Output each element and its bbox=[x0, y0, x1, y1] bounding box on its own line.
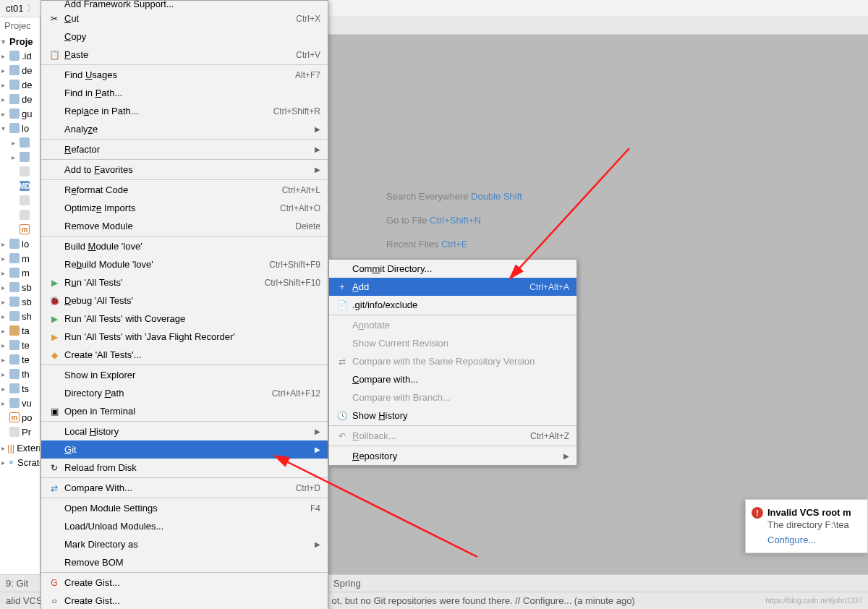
tree-item[interactable]: ▸th bbox=[0, 367, 40, 381]
tree-item[interactable] bbox=[0, 208, 40, 222]
spring-label[interactable]: Spring bbox=[333, 578, 361, 589]
menu-item[interactable]: 🕓Show History bbox=[329, 406, 576, 425]
menu-item[interactable]: Mark Directory as▶ bbox=[41, 535, 328, 553]
breadcrumb-item[interactable]: ct01 bbox=[6, 3, 24, 14]
tree-item[interactable]: ▸sh bbox=[0, 309, 40, 323]
tree-item[interactable]: ▸m bbox=[0, 251, 40, 265]
tree-item[interactable]: ▸gu bbox=[0, 106, 40, 121]
expand-icon[interactable]: ▸ bbox=[1, 67, 7, 74]
expand-icon[interactable]: ▸ bbox=[12, 153, 17, 161]
expand-icon[interactable]: ▾ bbox=[1, 38, 7, 46]
menu-item[interactable]: Git▶ bbox=[41, 440, 328, 459]
tree-item[interactable]: ▸ts bbox=[0, 381, 40, 396]
context-menu[interactable]: Add Framework Support...✂CutCtrl+XCopy📋P… bbox=[41, 0, 328, 609]
tree-item[interactable] bbox=[0, 164, 40, 179]
expand-icon[interactable]: ▸ bbox=[1, 356, 7, 364]
expand-icon[interactable]: ▸ bbox=[1, 284, 7, 291]
expand-icon[interactable]: ▸ bbox=[1, 385, 7, 393]
tree-item[interactable]: ▸sb bbox=[0, 280, 40, 294]
menu-item[interactable]: Add to Favorites▶ bbox=[41, 161, 328, 179]
menu-item[interactable]: Find UsagesAlt+F7 bbox=[41, 66, 328, 84]
menu-item[interactable]: Rebuild Module 'love'Ctrl+Shift+F9 bbox=[41, 255, 328, 273]
tree-item[interactable]: ▸te bbox=[0, 352, 40, 367]
menu-item[interactable]: Remove BOM bbox=[41, 553, 328, 571]
expand-icon[interactable]: ▸ bbox=[1, 399, 7, 407]
menu-item[interactable]: ○Create Gist... bbox=[41, 592, 328, 609]
tree-item[interactable]: ▸vu bbox=[0, 396, 40, 410]
menu-item[interactable]: Directory PathCtrl+Alt+F12 bbox=[41, 384, 328, 402]
git-tool-window[interactable]: 9: Git bbox=[6, 578, 28, 589]
expand-icon[interactable]: ▾ bbox=[1, 124, 7, 132]
menu-item[interactable]: Analyze▶ bbox=[41, 120, 328, 138]
expand-icon[interactable]: ▸ bbox=[1, 269, 7, 277]
tree-item[interactable]: ▸sb bbox=[0, 294, 40, 309]
menu-item[interactable]: Show in Explorer bbox=[41, 366, 328, 384]
project-root[interactable]: ▾ Proje bbox=[0, 34, 40, 48]
expand-icon[interactable]: ▸ bbox=[1, 95, 7, 103]
expand-icon[interactable]: ▸ bbox=[1, 312, 7, 320]
menu-item[interactable]: Build Module 'love' bbox=[41, 237, 328, 255]
tree-item[interactable]: ▸de bbox=[0, 77, 40, 92]
menu-item[interactable]: ⇄Compare With...Ctrl+D bbox=[41, 479, 328, 497]
tree-item[interactable]: ▸de bbox=[0, 92, 40, 106]
menu-item[interactable]: ✂CutCtrl+X bbox=[41, 9, 328, 27]
menu-item[interactable]: ▶Run 'All Tests' with Coverage bbox=[41, 310, 328, 328]
scratches[interactable]: ▸⚬Scratc bbox=[0, 455, 40, 469]
blank-icon bbox=[48, 241, 60, 252]
menu-item[interactable]: ▶Run 'All Tests'Ctrl+Shift+F10 bbox=[41, 273, 328, 291]
menu-item[interactable]: Reformat CodeCtrl+Alt+L bbox=[41, 181, 328, 199]
menu-item[interactable]: ▶Run 'All Tests' with 'Java Flight Recor… bbox=[41, 328, 328, 346]
tree-item[interactable]: Pr bbox=[0, 425, 40, 439]
tree-item[interactable]: ▸ bbox=[0, 135, 40, 150]
tree-item[interactable]: ▸te bbox=[0, 338, 40, 352]
tree-item[interactable]: ▸m bbox=[0, 265, 40, 280]
expand-icon[interactable]: ▸ bbox=[1, 110, 7, 118]
menu-item[interactable]: Open Module SettingsF4 bbox=[41, 499, 328, 517]
tree-item[interactable]: ▸de bbox=[0, 63, 40, 77]
expand-icon[interactable]: ▸ bbox=[1, 81, 7, 89]
menu-item[interactable]: Compare with... bbox=[329, 370, 576, 388]
fold-icon bbox=[9, 398, 20, 408]
menu-item[interactable]: ＋AddCtrl+Alt+A bbox=[329, 278, 576, 296]
expand-icon[interactable]: ▸ bbox=[1, 341, 7, 349]
expand-icon[interactable]: ▸ bbox=[1, 240, 7, 248]
git-submenu[interactable]: Commit Directory...＋AddCtrl+Alt+A📄.git/i… bbox=[328, 259, 577, 466]
tree-item[interactable]: ▸ bbox=[0, 150, 40, 164]
configure-link[interactable]: Configure... bbox=[767, 535, 860, 545]
expand-icon[interactable]: ▸ bbox=[1, 327, 7, 335]
expand-icon[interactable]: ▸ bbox=[12, 139, 17, 147]
menu-item[interactable]: Refactor▶ bbox=[41, 140, 328, 158]
tree-item[interactable]: m bbox=[0, 222, 40, 237]
sidebar-header[interactable]: Projec bbox=[0, 17, 40, 34]
menu-item[interactable]: Commit Directory... bbox=[329, 260, 576, 278]
menu-item[interactable]: Find in Path... bbox=[41, 84, 328, 102]
menu-item[interactable]: 📄.git/info/exclude bbox=[329, 296, 576, 314]
menu-item[interactable]: 🐞Debug 'All Tests' bbox=[41, 291, 328, 310]
tree-item[interactable] bbox=[0, 193, 40, 208]
menu-item[interactable]: ◆Create 'All Tests'... bbox=[41, 346, 328, 364]
menu-item[interactable]: 📋PasteCtrl+V bbox=[41, 46, 328, 64]
menu-item[interactable]: Repository▶ bbox=[329, 447, 576, 465]
menu-item[interactable]: ↻Reload from Disk bbox=[41, 459, 328, 477]
tree-item[interactable]: ▸lo bbox=[0, 237, 40, 251]
expand-icon[interactable]: ▸ bbox=[1, 298, 7, 306]
blank-icon bbox=[48, 184, 60, 196]
tree-item[interactable]: MD bbox=[0, 179, 40, 193]
menu-item[interactable]: Remove ModuleDelete bbox=[41, 217, 328, 235]
tree-item[interactable]: ▸.id bbox=[0, 48, 40, 63]
menu-item[interactable]: Load/Unload Modules... bbox=[41, 517, 328, 535]
tree-item[interactable]: mpo bbox=[0, 410, 40, 425]
external-libs[interactable]: ▸|||Extern bbox=[0, 440, 40, 455]
menu-item[interactable]: Optimize ImportsCtrl+Alt+O bbox=[41, 199, 328, 217]
menu-item[interactable]: Local History▶ bbox=[41, 422, 328, 440]
expand-icon[interactable]: ▸ bbox=[1, 370, 7, 378]
menu-item[interactable]: ▣Open in Terminal bbox=[41, 402, 328, 420]
menu-item[interactable]: Replace in Path...Ctrl+Shift+R bbox=[41, 102, 328, 120]
tree-item[interactable]: ▾lo bbox=[0, 121, 40, 135]
tree-item[interactable]: ▸ta bbox=[0, 323, 40, 338]
expand-icon[interactable]: ▸ bbox=[1, 52, 7, 60]
menu-item[interactable]: Copy bbox=[41, 27, 328, 46]
expand-icon[interactable]: ▸ bbox=[1, 255, 7, 263]
menu-item[interactable]: GCreate Gist... bbox=[41, 574, 328, 592]
menu-item[interactable]: Add Framework Support... bbox=[41, 1, 328, 9]
